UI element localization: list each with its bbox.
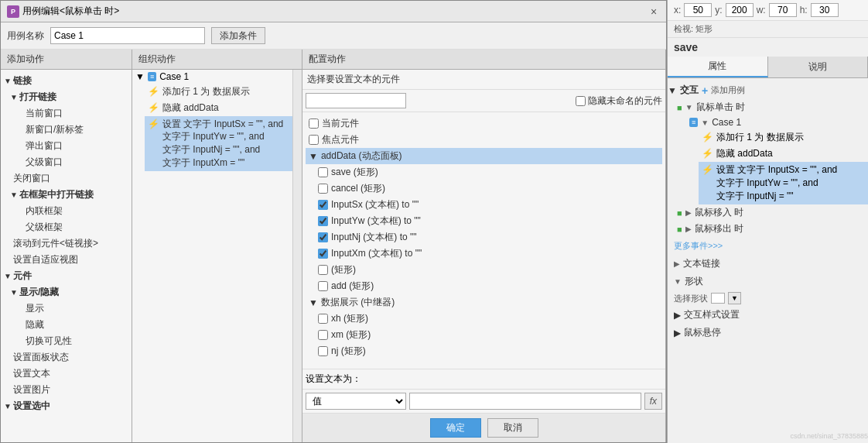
add-action-content: ▼ 链接 ▼ 打开链接 当前窗口 新窗口/新标签 弹出窗口 父级窗口 关闭窗口: [1, 70, 132, 442]
close-window-item[interactable]: 关闭窗口: [7, 170, 132, 187]
nj-checkbox[interactable]: [318, 346, 328, 356]
add-row-action[interactable]: ⚡ 添加行 1 为 数据展示: [145, 84, 292, 100]
xh-item[interactable]: xh (矩形): [315, 311, 662, 327]
current-element-checkbox[interactable]: [309, 118, 319, 129]
add-rect-checkbox[interactable]: [318, 281, 328, 291]
scroll-to-item[interactable]: 滚动到元件<链视接>: [7, 235, 132, 252]
add-case-label[interactable]: 添加用例: [711, 84, 745, 96]
save-checkbox[interactable]: [318, 167, 328, 177]
adddata-group-header[interactable]: ▼ addData (动态面板): [306, 148, 662, 164]
add-rect-item[interactable]: add (矩形): [306, 278, 662, 294]
more-events-link[interactable]: 更多事件>>>: [668, 237, 868, 255]
inputsx-item[interactable]: InputSx (文本框) to "": [315, 197, 662, 213]
inputnj-item[interactable]: InputNj (文本框) to "": [315, 229, 662, 246]
element-name: save: [668, 38, 868, 57]
text-link-section[interactable]: ▶ 文本链接: [668, 255, 868, 273]
right-properties-panel: x: y: w: h: 检视: 矩形 save 属性 说明 ▼ 交互 + 添加用…: [667, 0, 868, 443]
value-dropdown[interactable]: 值: [306, 393, 406, 410]
save-item[interactable]: save (矩形): [315, 164, 662, 180]
case-name-input[interactable]: [50, 27, 205, 44]
toggle-item[interactable]: 切换可见性: [13, 333, 132, 349]
arrow-icon: ▶: [674, 259, 680, 268]
plus-icon[interactable]: +: [702, 84, 708, 97]
close-button[interactable]: ×: [648, 5, 660, 18]
set-text-org-text: 设置 文字于 InputSx = "", and文字于 InputYw = ""…: [162, 118, 283, 170]
arrow-icon: ▶: [674, 310, 681, 321]
interaction-style-label: 交互样式设置: [684, 308, 740, 321]
y-input[interactable]: [726, 3, 754, 17]
x-input[interactable]: [684, 3, 712, 17]
action2-rt[interactable]: ⚡ 隐藏 addData: [699, 146, 868, 162]
tree-section-selected[interactable]: ▼ 设置选中: [1, 398, 132, 414]
new-window-item[interactable]: 新窗口/新标签: [13, 122, 132, 138]
set-panel-item[interactable]: 设置面板状态: [7, 349, 132, 366]
open-link-section[interactable]: ▼ 打开链接: [7, 89, 132, 105]
tree-section-element[interactable]: ▼ 元件: [1, 268, 132, 284]
interaction-label: 交互: [680, 84, 699, 97]
inputxm-checkbox[interactable]: [318, 249, 328, 259]
action3-rt[interactable]: ⚡ 设置 文字于 InputSx = "", and文字于 InputYw = …: [699, 162, 868, 204]
nj-item[interactable]: nj (矩形): [315, 343, 662, 359]
cancel-item[interactable]: cancel (矩形): [315, 180, 662, 197]
focus-element-item[interactable]: 焦点元件: [306, 132, 662, 148]
action1-rt[interactable]: ⚡ 添加行 1 为 数据展示: [699, 129, 868, 146]
xm-checkbox[interactable]: [318, 330, 328, 340]
ok-button[interactable]: 确定: [430, 418, 481, 438]
inputsx-checkbox[interactable]: [318, 200, 328, 210]
inputxm-item[interactable]: InputXm (文本框) to "": [315, 246, 662, 262]
xm-item[interactable]: xm (矩形): [315, 327, 662, 343]
add-condition-button[interactable]: 添加条件: [211, 27, 265, 44]
popup-item[interactable]: 弹出窗口: [13, 138, 132, 154]
tree-section-link[interactable]: ▼ 链接: [1, 73, 132, 89]
h-input[interactable]: [811, 3, 839, 17]
cancel-dialog-button[interactable]: 取消: [487, 418, 538, 438]
interaction-section-header[interactable]: ▼ 交互 + 添加用例: [668, 81, 868, 99]
inputsx-label: InputSx (文本框) to "": [331, 198, 419, 211]
focus-element-checkbox[interactable]: [309, 135, 319, 145]
cancel-checkbox[interactable]: [318, 184, 328, 194]
set-image-item[interactable]: 设置图片: [7, 382, 132, 398]
config-search-input[interactable]: [306, 93, 406, 108]
parent-frame-item[interactable]: 父级框架: [13, 219, 132, 235]
xh-checkbox[interactable]: [318, 314, 328, 324]
show-item[interactable]: 显示: [13, 300, 132, 317]
org-scrollbar[interactable]: [292, 70, 302, 442]
hide-adddata-action[interactable]: ⚡ 隐藏 addData: [145, 100, 292, 116]
in-frame-section[interactable]: ▼ 在框架中打开链接: [7, 187, 132, 203]
inner-frame-item[interactable]: 内联框架: [13, 203, 132, 219]
set-text-item[interactable]: 设置文本: [7, 366, 132, 382]
fx-button[interactable]: fx: [644, 393, 662, 410]
current-window-item[interactable]: 当前窗口: [13, 105, 132, 122]
inputnj-checkbox[interactable]: [318, 232, 328, 242]
mouse-click-event[interactable]: ■ ▼ 鼠标单击 时: [674, 99, 868, 115]
hide-unnamed-label[interactable]: 隐藏未命名的元件: [576, 94, 662, 108]
set-text-org-action[interactable]: ⚡ 设置 文字于 InputSx = "", and文字于 InputYw = …: [145, 116, 292, 171]
mouse-enter-event[interactable]: ■ ▶ 鼠标移入 时: [674, 204, 868, 221]
rect-item[interactable]: (矩形): [315, 262, 662, 278]
inputyw-checkbox[interactable]: [318, 216, 328, 226]
mouse-icon: ■: [677, 103, 682, 112]
show-hide-section[interactable]: ▼ 显示/隐藏: [7, 284, 132, 300]
rect-checkbox[interactable]: [318, 265, 328, 275]
arrow-icon: ▼: [4, 272, 12, 280]
mouse-leave-event[interactable]: ■ ▶ 鼠标移出 时: [674, 221, 868, 237]
parent-window-item[interactable]: 父级窗口: [13, 154, 132, 170]
interaction-style-section[interactable]: ▶ 交互样式设置: [668, 306, 868, 324]
tab-properties[interactable]: 属性: [668, 57, 768, 77]
set-adaptive-item[interactable]: 设置自适应视图: [7, 252, 132, 268]
case1-section[interactable]: ▼ ≡ Case 1: [132, 70, 292, 84]
hide-item[interactable]: 隐藏: [13, 317, 132, 333]
shape-arrow-button[interactable]: ▼: [728, 292, 741, 304]
mouse-enter-icon: ■: [677, 208, 682, 218]
w-input[interactable]: [769, 3, 797, 17]
value-input[interactable]: [409, 393, 641, 410]
shape-section[interactable]: ▼ 形状: [668, 273, 868, 290]
case1-rt-section[interactable]: ≡ ▼ Case 1: [686, 115, 868, 129]
tab-notes[interactable]: 说明: [768, 57, 869, 77]
arrow-icon: ▼: [685, 103, 693, 112]
hide-unnamed-checkbox[interactable]: [576, 96, 586, 106]
data-group-header[interactable]: ▼ 数据展示 (中继器): [306, 294, 662, 311]
current-element-item[interactable]: 当前元件: [306, 115, 662, 132]
inputyw-item[interactable]: InputYw (文本框) to "": [315, 213, 662, 229]
mouse-style-section[interactable]: ▶ 鼠标悬停: [668, 324, 868, 342]
